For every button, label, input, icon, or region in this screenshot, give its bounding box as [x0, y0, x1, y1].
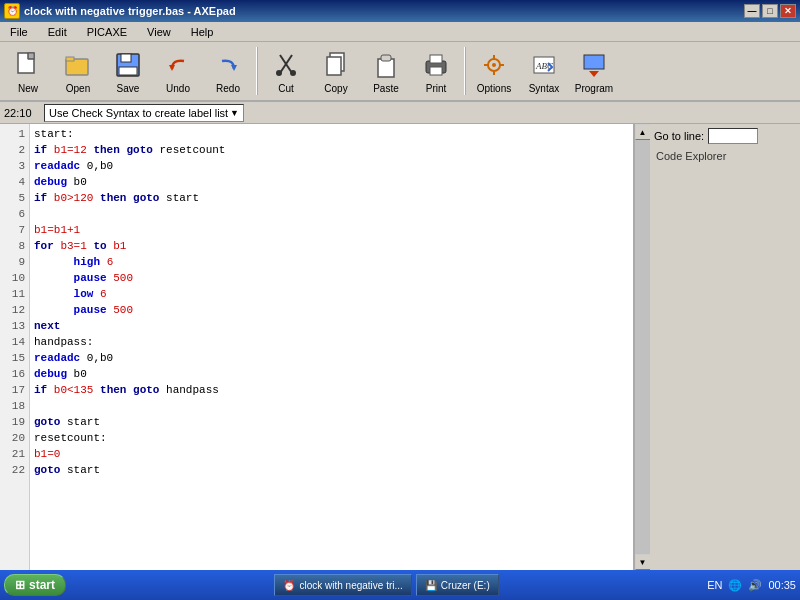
program-button[interactable]: Program [570, 45, 618, 97]
taskbar-item-axepad[interactable]: ⏰ clock with negative tri... [274, 574, 411, 596]
open-button[interactable]: Open [54, 45, 102, 97]
svg-rect-18 [381, 55, 391, 61]
toolbar: New Open Save Undo [0, 42, 800, 102]
toolbar-separator-2 [464, 47, 466, 95]
language-indicator: EN [707, 579, 722, 591]
code-line-5: if b0>120 then goto start [34, 190, 629, 206]
menu-picaxe[interactable]: PICAXE [81, 24, 133, 40]
copy-label: Copy [324, 83, 347, 94]
options-icon [478, 49, 510, 81]
syntax-icon: ABC [528, 49, 560, 81]
copy-button[interactable]: Copy [312, 45, 360, 97]
code-line-10: pause 500 [34, 270, 629, 286]
code-line-14: handpass: [34, 334, 629, 350]
program-label: Program [575, 83, 613, 94]
cut-button[interactable]: Cut [262, 45, 310, 97]
line-num-8: 8 [0, 238, 29, 254]
titlebar-title: clock with negative trigger.bas - AXEpad [24, 5, 236, 17]
code-line-3: readadc 0,b0 [34, 158, 629, 174]
line-num-11: 11 [0, 286, 29, 302]
statusbar-top: 22:10 Use Check Syntax to create label l… [0, 102, 800, 124]
svg-marker-10 [231, 65, 237, 71]
menubar: File Edit PICAXE View Help [0, 22, 800, 42]
axepad-taskbar-label: clock with negative tri... [299, 580, 402, 591]
paste-icon [370, 49, 402, 81]
taskbar-item-cruzer[interactable]: 💾 Cruzer (E:) [416, 574, 499, 596]
scroll-down-button[interactable]: ▼ [635, 554, 651, 570]
menu-help[interactable]: Help [185, 24, 220, 40]
code-line-11: low 6 [34, 286, 629, 302]
system-clock: 00:35 [768, 579, 796, 591]
svg-rect-5 [66, 57, 74, 61]
syntax-dropdown[interactable]: Use Check Syntax to create label list ▼ [44, 104, 244, 122]
windows-logo-icon: ⊞ [15, 578, 25, 592]
code-line-6 [34, 206, 629, 222]
code-line-13: next [34, 318, 629, 334]
redo-button[interactable]: Redo [204, 45, 252, 97]
undo-icon [162, 49, 194, 81]
print-label: Print [426, 83, 447, 94]
redo-label: Redo [216, 83, 240, 94]
code-line-12: pause 500 [34, 302, 629, 318]
app-icon: ⏰ [4, 3, 20, 19]
svg-marker-9 [169, 65, 175, 71]
menu-file[interactable]: File [4, 24, 34, 40]
titlebar-left: ⏰ clock with negative trigger.bas - AXEp… [4, 3, 236, 19]
new-label: New [18, 83, 38, 94]
svg-rect-21 [430, 67, 442, 75]
undo-button[interactable]: Undo [154, 45, 202, 97]
go-to-line-label: Go to line: [654, 130, 704, 142]
go-to-line-input[interactable] [708, 128, 758, 144]
editor-scrollbar[interactable]: ▲ ▼ [634, 124, 650, 570]
close-button[interactable]: ✕ [780, 4, 796, 18]
line-num-9: 9 [0, 254, 29, 270]
options-button[interactable]: Options [470, 45, 518, 97]
line-num-10: 10 [0, 270, 29, 286]
menu-edit[interactable]: Edit [42, 24, 73, 40]
dropdown-arrow-icon: ▼ [230, 108, 239, 118]
code-editor[interactable]: start: if b1=12 then goto resetcount rea… [30, 124, 633, 570]
svg-rect-8 [119, 67, 137, 75]
scroll-track[interactable] [635, 140, 651, 554]
start-button[interactable]: ⊞ start [4, 574, 66, 596]
cut-icon [270, 49, 302, 81]
code-line-19: goto start [34, 414, 629, 430]
code-explorer-label: Code Explorer [654, 148, 796, 164]
paste-button[interactable]: Paste [362, 45, 410, 97]
new-button[interactable]: New [4, 45, 52, 97]
line-num-17: 17 [0, 382, 29, 398]
print-button[interactable]: Print [412, 45, 460, 97]
start-label: start [29, 578, 55, 592]
axepad-taskbar-icon: ⏰ [283, 580, 295, 591]
paste-label: Paste [373, 83, 399, 94]
line-num-12: 12 [0, 302, 29, 318]
network-icon: 🌐 [728, 579, 742, 592]
code-line-8: for b3=1 to b1 [34, 238, 629, 254]
code-line-16: debug b0 [34, 366, 629, 382]
menu-view[interactable]: View [141, 24, 177, 40]
svg-point-23 [492, 63, 496, 67]
code-line-22: goto start [34, 462, 629, 478]
line-num-16: 16 [0, 366, 29, 382]
line-num-18: 18 [0, 398, 29, 414]
new-icon [12, 49, 44, 81]
svg-rect-16 [327, 57, 341, 75]
save-label: Save [117, 83, 140, 94]
code-line-17: if b0<135 then goto handpass [34, 382, 629, 398]
svg-rect-7 [121, 54, 131, 62]
line-num-4: 4 [0, 174, 29, 190]
line-num-21: 21 [0, 446, 29, 462]
line-num-22: 22 [0, 462, 29, 478]
svg-point-13 [276, 70, 282, 76]
save-button[interactable]: Save [104, 45, 152, 97]
svg-rect-20 [430, 55, 442, 63]
code-line-4: debug b0 [34, 174, 629, 190]
maximize-button[interactable]: □ [762, 4, 778, 18]
code-line-21: b1=0 [34, 446, 629, 462]
minimize-button[interactable]: — [744, 4, 760, 18]
syntax-button[interactable]: ABC Syntax [520, 45, 568, 97]
line-num-5: 5 [0, 190, 29, 206]
scroll-up-button[interactable]: ▲ [635, 124, 651, 140]
main-area: 1 2 3 4 5 6 7 8 9 10 11 12 13 14 15 16 1… [0, 124, 800, 570]
svg-rect-17 [378, 59, 394, 77]
